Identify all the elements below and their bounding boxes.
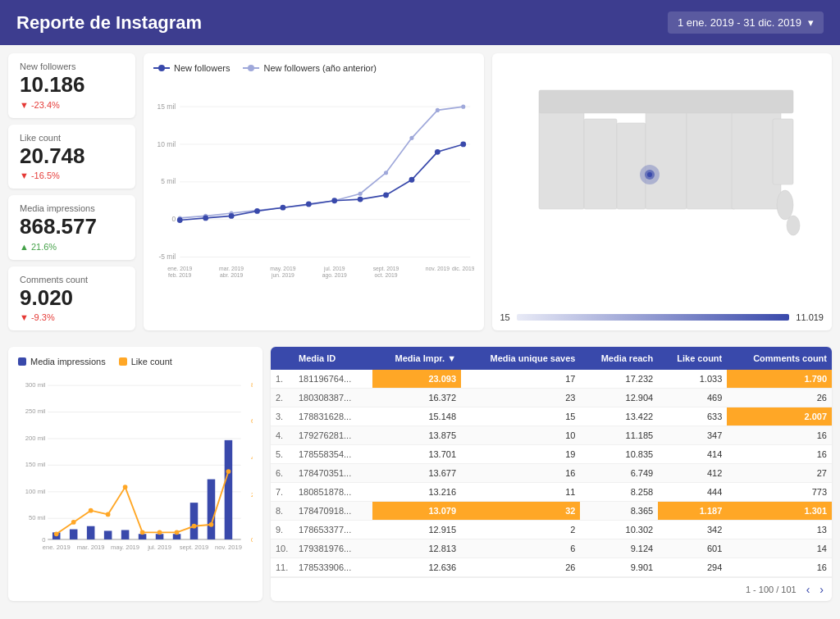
svg-point-58 bbox=[647, 172, 652, 177]
kpi-like-count-label: Like count bbox=[20, 133, 124, 143]
col-num bbox=[271, 347, 294, 370]
row-impressions: 23.093 bbox=[372, 370, 461, 389]
svg-text:jul. 2019: jul. 2019 bbox=[147, 544, 171, 552]
table-row: 10. 179381976... 12.813 6 9.124 601 14 bbox=[271, 539, 832, 558]
svg-point-20 bbox=[436, 108, 440, 112]
page-title: Reporte de Instagram bbox=[16, 12, 202, 34]
svg-point-30 bbox=[383, 193, 389, 198]
next-page-button[interactable]: › bbox=[819, 583, 824, 596]
row-media-id: 178558354... bbox=[294, 445, 372, 464]
svg-rect-86 bbox=[190, 503, 199, 540]
col-likes[interactable]: Like count bbox=[658, 347, 727, 370]
row-comments: 2.007 bbox=[727, 407, 832, 426]
row-reach: 8.258 bbox=[580, 483, 658, 502]
svg-rect-53 bbox=[539, 90, 793, 113]
row-likes: 412 bbox=[658, 464, 727, 483]
svg-point-21 bbox=[461, 105, 465, 109]
svg-point-29 bbox=[358, 197, 363, 203]
row-saves: 2 bbox=[461, 521, 580, 539]
row-comments: 1.301 bbox=[727, 502, 832, 521]
map-scale-max: 11.019 bbox=[796, 312, 824, 322]
row-comments: 773 bbox=[727, 483, 832, 502]
svg-text:nov. 2019: nov. 2019 bbox=[426, 266, 450, 271]
col-reach[interactable]: Media reach bbox=[580, 347, 658, 370]
svg-text:nov. 2019: nov. 2019 bbox=[215, 544, 242, 552]
row-media-id: 178470918... bbox=[294, 502, 372, 521]
row-media-id: 179381976... bbox=[294, 539, 372, 558]
row-reach: 9.124 bbox=[580, 539, 658, 558]
bottom-row: Media impressions Like count 300 mil 250… bbox=[0, 347, 840, 609]
svg-text:0: 0 bbox=[171, 215, 176, 223]
svg-point-32 bbox=[435, 149, 441, 155]
metrics-table: Media ID Media Impr. ▼ Media unique save… bbox=[271, 347, 832, 577]
table-row: 3. 178831628... 15.148 15 13.422 633 2.0… bbox=[271, 407, 832, 426]
svg-text:may. 2019: may. 2019 bbox=[111, 544, 139, 552]
svg-text:abr. 2019: abr. 2019 bbox=[220, 272, 244, 278]
row-likes: 342 bbox=[658, 521, 727, 539]
map-container bbox=[500, 61, 824, 307]
svg-text:10 mil: 10 mil bbox=[158, 140, 176, 148]
row-saves: 11 bbox=[461, 483, 580, 502]
row-likes: 414 bbox=[658, 445, 727, 464]
row-impressions: 13.875 bbox=[372, 426, 461, 445]
svg-text:jul. 2019: jul. 2019 bbox=[323, 266, 345, 272]
col-impressions[interactable]: Media Impr. ▼ bbox=[372, 347, 461, 370]
svg-point-92 bbox=[106, 512, 111, 517]
row-saves: 16 bbox=[461, 464, 580, 483]
svg-rect-84 bbox=[156, 535, 164, 540]
svg-text:ene. 2019: ene. 2019 bbox=[167, 266, 192, 271]
chevron-down-icon: ▾ bbox=[808, 16, 814, 29]
row-comments: 16 bbox=[727, 558, 832, 577]
kpi-media-impressions-label: Media impressions bbox=[20, 203, 124, 213]
svg-rect-79 bbox=[70, 530, 78, 539]
kpi-media-impressions-value: 868.577 bbox=[20, 215, 124, 239]
table-row: 7. 180851878... 13.216 11 8.258 444 773 bbox=[271, 483, 832, 502]
row-media-id: 181196764... bbox=[294, 370, 372, 389]
row-saves: 23 bbox=[461, 389, 580, 407]
svg-point-54 bbox=[777, 190, 793, 220]
svg-text:sept. 2019: sept. 2019 bbox=[373, 266, 399, 272]
row-impressions: 16.372 bbox=[372, 389, 461, 407]
kpi-comments-count: Comments count 9.020 ▼ -9.3% bbox=[8, 266, 135, 331]
row-likes: 469 bbox=[658, 389, 727, 407]
svg-text:may. 2019: may. 2019 bbox=[270, 266, 295, 272]
map-area: 15 11.019 bbox=[492, 53, 833, 330]
kpi-media-impressions-change: ▲ 21.6% bbox=[20, 242, 124, 252]
row-saves: 19 bbox=[461, 445, 580, 464]
row-likes: 1.187 bbox=[658, 502, 727, 521]
table-row: 5. 178558354... 13.701 19 10.835 414 16 bbox=[271, 445, 832, 464]
row-impressions: 12.636 bbox=[372, 558, 461, 577]
svg-point-93 bbox=[123, 485, 128, 490]
table-footer: 1 - 100 / 101 ‹ › bbox=[271, 577, 832, 601]
svg-point-25 bbox=[254, 208, 260, 214]
legend-likes: Like count bbox=[119, 357, 172, 366]
svg-point-18 bbox=[384, 171, 388, 175]
svg-rect-85 bbox=[173, 535, 181, 540]
row-media-id: 178831628... bbox=[294, 407, 372, 426]
svg-text:150 mil: 150 mil bbox=[25, 462, 46, 469]
row-num: 3. bbox=[271, 407, 294, 426]
svg-text:ene. 2019: ene. 2019 bbox=[43, 544, 71, 552]
svg-text:300 mil: 300 mil bbox=[25, 381, 46, 389]
svg-text:jun. 2019: jun. 2019 bbox=[271, 272, 294, 279]
svg-text:sept. 2019: sept. 2019 bbox=[180, 544, 209, 552]
svg-point-91 bbox=[89, 508, 94, 513]
col-comments[interactable]: Comments count bbox=[727, 347, 832, 370]
col-media-id[interactable]: Media ID bbox=[294, 347, 372, 370]
svg-rect-49 bbox=[646, 111, 687, 209]
kpi-new-followers-change: ▼ -23.4% bbox=[20, 100, 124, 110]
svg-text:feb. 2019: feb. 2019 bbox=[168, 272, 192, 278]
row-impressions: 12.915 bbox=[372, 521, 461, 539]
col-saves[interactable]: Media unique saves bbox=[461, 347, 580, 370]
date-range-picker[interactable]: 1 ene. 2019 - 31 dic. 2019 ▾ bbox=[668, 11, 824, 34]
map-scale-min: 15 bbox=[500, 312, 510, 322]
prev-page-button[interactable]: ‹ bbox=[806, 583, 810, 596]
kpi-like-count-change: ▼ -16.5% bbox=[20, 171, 124, 180]
row-likes: 601 bbox=[658, 539, 727, 558]
row-media-id: 179276281... bbox=[294, 426, 372, 445]
svg-point-33 bbox=[460, 142, 466, 148]
svg-rect-52 bbox=[773, 119, 793, 184]
svg-text:250 mil: 250 mil bbox=[25, 408, 46, 416]
kpi-like-count-value: 20.748 bbox=[20, 144, 124, 168]
row-num: 1. bbox=[271, 370, 294, 389]
